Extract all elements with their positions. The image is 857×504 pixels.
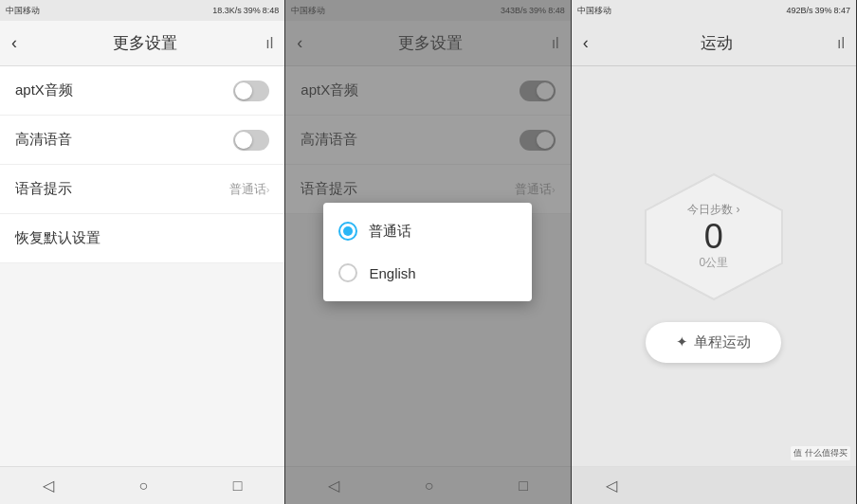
setting-label-aptx-1: aptX音频 bbox=[15, 81, 73, 99]
radio-english[interactable] bbox=[338, 263, 357, 282]
watermark: 值 什么值得买 bbox=[791, 446, 850, 460]
setting-label-voice-1: 语音提示 bbox=[15, 180, 72, 198]
time-3: 8:47 bbox=[833, 6, 850, 15]
steps-km: 0公里 bbox=[687, 255, 739, 271]
setting-label-reset-1: 恢复默认设置 bbox=[15, 229, 100, 247]
back-button-1[interactable]: ‹ bbox=[11, 33, 17, 53]
app-header-1: ‹ 更多设置 ıl bbox=[0, 21, 284, 66]
dialog-option-chinese[interactable]: 普通话 bbox=[323, 210, 532, 252]
setting-hd-1[interactable]: 高清语音 bbox=[0, 116, 284, 165]
battery-3: 39% bbox=[814, 6, 831, 15]
radio-chinese[interactable] bbox=[338, 222, 357, 241]
speed-3: 492B/s bbox=[786, 6, 812, 15]
exercise-btn-icon: ✦ bbox=[676, 333, 688, 351]
nav-bar-3: ◁ bbox=[572, 466, 856, 504]
back-button-3[interactable]: ‹ bbox=[583, 33, 589, 53]
exercise-btn-label: 单程运动 bbox=[694, 333, 751, 351]
phone-panel-3: 中国移动 492B/s 39% 8:47 ‹ 运动 ıl 今日步数 › 0 0公… bbox=[572, 0, 857, 504]
steps-count: 0 bbox=[687, 218, 739, 256]
toggle-hd-1[interactable] bbox=[233, 130, 269, 151]
toggle-aptx-1[interactable] bbox=[233, 81, 269, 101]
single-exercise-button[interactable]: ✦ 单程运动 bbox=[646, 322, 781, 363]
time-1: 8:48 bbox=[263, 6, 280, 15]
status-right-1: 18.3K/s 39% 8:48 bbox=[212, 6, 279, 15]
setting-aptx-1[interactable]: aptX音频 bbox=[0, 66, 284, 116]
dialog-label-english: English bbox=[369, 265, 415, 281]
nav-back-3[interactable]: ◁ bbox=[591, 471, 632, 500]
settings-list-1: aptX音频 高清语音 语音提示 普通话 › 恢复默认设置 bbox=[0, 66, 284, 466]
status-bar-3: 中国移动 492B/s 39% 8:47 bbox=[572, 0, 856, 21]
speed-1: 18.3K/s bbox=[212, 6, 242, 15]
status-left-1: 中国移动 bbox=[6, 5, 40, 17]
hexagon-container: 今日步数 › 0 0公里 bbox=[638, 171, 790, 303]
nav-recent-1[interactable]: □ bbox=[218, 472, 258, 500]
header-title-3: 运动 bbox=[596, 32, 837, 54]
battery-1: 39% bbox=[244, 6, 261, 15]
dialog-label-chinese: 普通话 bbox=[369, 223, 411, 241]
dialog-option-english[interactable]: English bbox=[323, 252, 532, 294]
carrier-1: 中国移动 bbox=[6, 5, 40, 17]
setting-label-hd-1: 高清语音 bbox=[15, 131, 72, 149]
signal-icon-3: ıl bbox=[837, 35, 845, 52]
setting-value-voice-1: 普通话 › bbox=[229, 181, 270, 198]
phone-panel-2: 中国移动 343B/s 39% 8:48 ‹ 更多设置 ıl aptX音频 高清… bbox=[285, 0, 571, 504]
hexagon-content: 今日步数 › 0 0公里 bbox=[687, 202, 739, 272]
dialog-overlay[interactable]: 普通话 English bbox=[285, 0, 570, 504]
nav-back-1[interactable]: ◁ bbox=[27, 471, 69, 500]
nav-home-1[interactable]: ○ bbox=[123, 472, 163, 500]
signal-icon-1: ıl bbox=[265, 35, 273, 52]
phone-panel-1: 中国移动 18.3K/s 39% 8:48 ‹ 更多设置 ıl aptX音频 高… bbox=[0, 0, 285, 504]
status-right-3: 492B/s 39% 8:47 bbox=[786, 6, 850, 15]
chevron-voice-1: › bbox=[266, 184, 270, 195]
header-title-1: 更多设置 bbox=[25, 32, 265, 54]
exercise-content: 今日步数 › 0 0公里 ✦ 单程运动 bbox=[572, 66, 856, 466]
setting-reset-1[interactable]: 恢复默认设置 bbox=[0, 214, 284, 263]
nav-bar-1: ◁ ○ □ bbox=[0, 466, 284, 504]
status-left-3: 中国移动 bbox=[577, 5, 611, 17]
setting-voice-1[interactable]: 语音提示 普通话 › bbox=[0, 165, 284, 214]
carrier-3: 中国移动 bbox=[577, 5, 611, 17]
status-bar-1: 中国移动 18.3K/s 39% 8:48 bbox=[0, 0, 284, 21]
steps-label[interactable]: 今日步数 › bbox=[687, 202, 739, 218]
app-header-3: ‹ 运动 ıl bbox=[572, 21, 856, 66]
language-dialog: 普通话 English bbox=[323, 203, 532, 301]
